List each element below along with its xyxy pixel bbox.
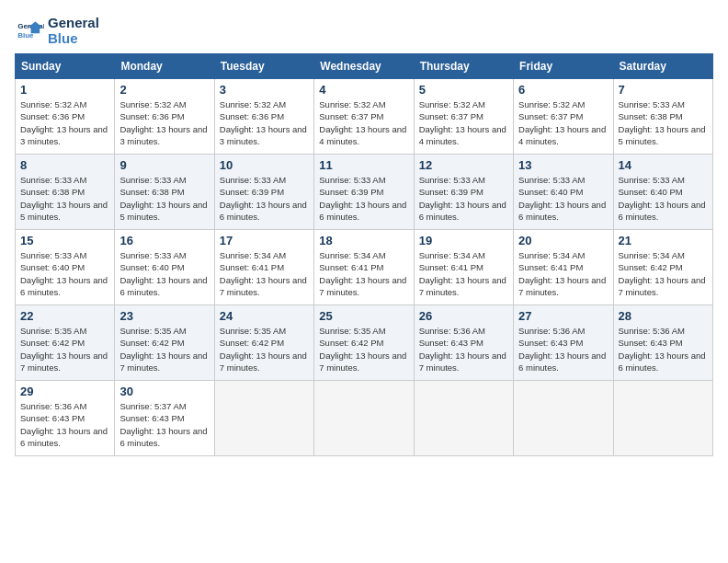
logo: General Blue General Blue xyxy=(15,15,99,46)
cell-sun-info: Sunrise: 5:32 AMSunset: 6:36 PMDaylight:… xyxy=(20,98,109,147)
cell-day-number: 25 xyxy=(319,309,408,323)
cell-sun-info: Sunrise: 5:32 AMSunset: 6:37 PMDaylight:… xyxy=(319,98,408,147)
cell-sun-info: Sunrise: 5:35 AMSunset: 6:42 PMDaylight:… xyxy=(119,325,209,373)
calendar-cell: 9Sunrise: 5:33 AMSunset: 6:38 PMDaylight… xyxy=(115,155,214,230)
cell-sun-info: Sunrise: 5:36 AMSunset: 6:43 PMDaylight:… xyxy=(518,325,608,373)
cell-day-number: 27 xyxy=(518,309,608,323)
logo-text-general: General xyxy=(48,15,99,30)
cell-sun-info: Sunrise: 5:36 AMSunset: 6:43 PMDaylight:… xyxy=(419,325,508,373)
cell-day-number: 15 xyxy=(20,234,109,247)
col-header-thursday: Thursday xyxy=(414,54,513,79)
calendar-cell: 18Sunrise: 5:34 AMSunset: 6:41 PMDayligh… xyxy=(314,230,414,305)
cell-sun-info: Sunrise: 5:33 AMSunset: 6:38 PMDaylight:… xyxy=(20,174,109,223)
logo-wordmark: General Blue xyxy=(48,15,99,46)
cell-day-number: 5 xyxy=(419,83,508,97)
cell-sun-info: Sunrise: 5:34 AMSunset: 6:41 PMDaylight:… xyxy=(319,249,408,298)
cell-day-number: 16 xyxy=(119,234,209,247)
calendar-cell: 8Sunrise: 5:33 AMSunset: 6:38 PMDaylight… xyxy=(16,155,115,230)
cell-day-number: 1 xyxy=(20,83,109,97)
col-header-tuesday: Tuesday xyxy=(214,54,313,79)
cell-sun-info: Sunrise: 5:36 AMSunset: 6:43 PMDaylight:… xyxy=(619,325,708,373)
calendar-cell xyxy=(414,381,513,456)
cell-sun-info: Sunrise: 5:32 AMSunset: 6:37 PMDaylight:… xyxy=(419,98,508,147)
cell-day-number: 24 xyxy=(220,309,309,323)
calendar-cell: 1Sunrise: 5:32 AMSunset: 6:36 PMDaylight… xyxy=(16,79,115,155)
calendar-cell: 22Sunrise: 5:35 AMSunset: 6:42 PMDayligh… xyxy=(16,305,115,381)
cell-sun-info: Sunrise: 5:35 AMSunset: 6:42 PMDaylight:… xyxy=(220,325,309,373)
cell-sun-info: Sunrise: 5:32 AMSunset: 6:36 PMDaylight:… xyxy=(220,98,309,147)
col-header-friday: Friday xyxy=(514,54,613,79)
calendar-cell: 20Sunrise: 5:34 AMSunset: 6:41 PMDayligh… xyxy=(514,230,613,305)
calendar-cell xyxy=(314,381,414,456)
cell-day-number: 28 xyxy=(619,309,708,323)
cell-day-number: 14 xyxy=(619,158,708,172)
cell-day-number: 6 xyxy=(518,83,608,97)
cell-sun-info: Sunrise: 5:33 AMSunset: 6:39 PMDaylight:… xyxy=(319,174,408,223)
cell-day-number: 18 xyxy=(319,234,408,247)
calendar-cell: 12Sunrise: 5:33 AMSunset: 6:39 PMDayligh… xyxy=(414,155,513,230)
calendar-cell: 29Sunrise: 5:36 AMSunset: 6:43 PMDayligh… xyxy=(16,381,115,456)
calendar-header-row: SundayMondayTuesdayWednesdayThursdayFrid… xyxy=(16,54,713,79)
logo-text-blue: Blue xyxy=(48,30,99,46)
calendar-cell: 13Sunrise: 5:33 AMSunset: 6:40 PMDayligh… xyxy=(514,155,613,230)
cell-sun-info: Sunrise: 5:34 AMSunset: 6:41 PMDaylight:… xyxy=(220,249,309,298)
cell-sun-info: Sunrise: 5:34 AMSunset: 6:42 PMDaylight:… xyxy=(619,249,708,298)
cell-day-number: 23 xyxy=(119,309,209,323)
calendar-week-row: 22Sunrise: 5:35 AMSunset: 6:42 PMDayligh… xyxy=(16,305,713,381)
cell-sun-info: Sunrise: 5:35 AMSunset: 6:42 PMDaylight:… xyxy=(319,325,408,373)
col-header-sunday: Sunday xyxy=(16,54,115,79)
cell-sun-info: Sunrise: 5:33 AMSunset: 6:40 PMDaylight:… xyxy=(619,174,708,223)
cell-day-number: 30 xyxy=(119,385,209,398)
calendar-cell: 5Sunrise: 5:32 AMSunset: 6:37 PMDaylight… xyxy=(414,79,513,155)
cell-day-number: 8 xyxy=(20,158,109,172)
cell-day-number: 26 xyxy=(419,309,508,323)
cell-sun-info: Sunrise: 5:37 AMSunset: 6:43 PMDaylight:… xyxy=(119,400,209,449)
calendar-cell: 11Sunrise: 5:33 AMSunset: 6:39 PMDayligh… xyxy=(314,155,414,230)
calendar-cell: 17Sunrise: 5:34 AMSunset: 6:41 PMDayligh… xyxy=(214,230,313,305)
calendar-week-row: 15Sunrise: 5:33 AMSunset: 6:40 PMDayligh… xyxy=(16,230,713,305)
calendar-cell: 4Sunrise: 5:32 AMSunset: 6:37 PMDaylight… xyxy=(314,79,414,155)
cell-day-number: 19 xyxy=(419,234,508,247)
calendar-week-row: 29Sunrise: 5:36 AMSunset: 6:43 PMDayligh… xyxy=(16,381,713,456)
cell-sun-info: Sunrise: 5:35 AMSunset: 6:42 PMDaylight:… xyxy=(20,325,109,373)
calendar-cell: 3Sunrise: 5:32 AMSunset: 6:36 PMDaylight… xyxy=(214,79,313,155)
cell-sun-info: Sunrise: 5:33 AMSunset: 6:39 PMDaylight:… xyxy=(220,174,309,223)
cell-sun-info: Sunrise: 5:33 AMSunset: 6:40 PMDaylight:… xyxy=(518,174,608,223)
cell-sun-info: Sunrise: 5:33 AMSunset: 6:39 PMDaylight:… xyxy=(419,174,508,223)
calendar-cell: 19Sunrise: 5:34 AMSunset: 6:41 PMDayligh… xyxy=(414,230,513,305)
calendar-cell xyxy=(514,381,613,456)
cell-day-number: 3 xyxy=(220,83,309,97)
calendar-week-row: 1Sunrise: 5:32 AMSunset: 6:36 PMDaylight… xyxy=(16,79,713,155)
cell-day-number: 22 xyxy=(20,309,109,323)
calendar-week-row: 8Sunrise: 5:33 AMSunset: 6:38 PMDaylight… xyxy=(16,155,713,230)
calendar-cell: 10Sunrise: 5:33 AMSunset: 6:39 PMDayligh… xyxy=(214,155,313,230)
cell-sun-info: Sunrise: 5:34 AMSunset: 6:41 PMDaylight:… xyxy=(518,249,608,298)
cell-sun-info: Sunrise: 5:33 AMSunset: 6:40 PMDaylight:… xyxy=(20,249,109,298)
calendar-cell: 27Sunrise: 5:36 AMSunset: 6:43 PMDayligh… xyxy=(514,305,613,381)
cell-day-number: 7 xyxy=(619,83,708,97)
calendar-cell: 14Sunrise: 5:33 AMSunset: 6:40 PMDayligh… xyxy=(613,155,712,230)
cell-sun-info: Sunrise: 5:36 AMSunset: 6:43 PMDaylight:… xyxy=(20,400,109,449)
cell-day-number: 11 xyxy=(319,158,408,172)
cell-sun-info: Sunrise: 5:32 AMSunset: 6:36 PMDaylight:… xyxy=(119,98,209,147)
cell-sun-info: Sunrise: 5:33 AMSunset: 6:38 PMDaylight:… xyxy=(619,98,708,147)
calendar-cell: 15Sunrise: 5:33 AMSunset: 6:40 PMDayligh… xyxy=(16,230,115,305)
cell-sun-info: Sunrise: 5:34 AMSunset: 6:41 PMDaylight:… xyxy=(419,249,508,298)
calendar-cell: 21Sunrise: 5:34 AMSunset: 6:42 PMDayligh… xyxy=(613,230,712,305)
calendar-cell: 16Sunrise: 5:33 AMSunset: 6:40 PMDayligh… xyxy=(115,230,214,305)
cell-day-number: 12 xyxy=(419,158,508,172)
cell-day-number: 29 xyxy=(20,385,109,398)
cell-day-number: 4 xyxy=(319,83,408,97)
col-header-monday: Monday xyxy=(115,54,214,79)
cell-sun-info: Sunrise: 5:33 AMSunset: 6:40 PMDaylight:… xyxy=(119,249,209,298)
cell-day-number: 20 xyxy=(518,234,608,247)
calendar-cell xyxy=(613,381,712,456)
cell-sun-info: Sunrise: 5:32 AMSunset: 6:37 PMDaylight:… xyxy=(518,98,608,147)
calendar-cell: 25Sunrise: 5:35 AMSunset: 6:42 PMDayligh… xyxy=(314,305,414,381)
col-header-wednesday: Wednesday xyxy=(314,54,414,79)
page-header: General Blue General Blue xyxy=(15,15,713,46)
calendar-cell: 30Sunrise: 5:37 AMSunset: 6:43 PMDayligh… xyxy=(115,381,214,456)
cell-day-number: 13 xyxy=(518,158,608,172)
cell-day-number: 2 xyxy=(119,83,209,97)
calendar-cell: 2Sunrise: 5:32 AMSunset: 6:36 PMDaylight… xyxy=(115,79,214,155)
